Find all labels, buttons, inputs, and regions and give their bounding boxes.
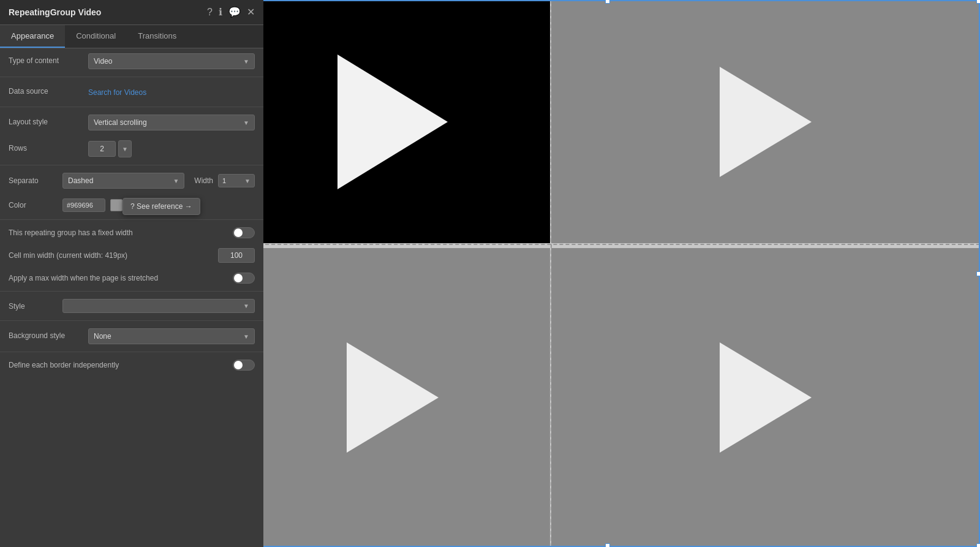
layout-style-label: Layout style	[9, 118, 88, 127]
rows-row: Rows ▼	[0, 135, 263, 162]
max-width-row: Apply a max width when the page is stret…	[0, 268, 263, 289]
video-cell-1	[235, 0, 550, 243]
form-content: Type of content Video ▼ Data source Sear…	[0, 48, 263, 543]
sidebar-panel: RepeatingGroup Video ? ℹ 💬 ✕ Appearance …	[0, 0, 263, 547]
background-style-control: None ▼	[88, 328, 255, 344]
layout-style-value: Vertical scrolling	[94, 118, 147, 127]
color-label: Color	[9, 201, 58, 209]
play-icon-4	[720, 342, 812, 453]
max-width-toggle[interactable]	[233, 273, 255, 284]
width-value: 1	[222, 177, 226, 184]
separator-dropdown[interactable]: Dashed ▼	[62, 173, 184, 189]
rows-input[interactable]	[88, 141, 116, 157]
data-source-label: Data source	[9, 87, 88, 97]
background-style-row: Background style None ▼	[0, 323, 263, 349]
divider-5	[0, 291, 263, 292]
style-row: Style ▼	[0, 294, 263, 318]
play-icon-1	[337, 55, 448, 189]
layout-style-row: Layout style Vertical scrolling ▼	[0, 110, 263, 135]
divider-7	[0, 352, 263, 352]
type-of-content-arrow: ▼	[243, 58, 249, 65]
style-arrow: ▼	[243, 303, 249, 309]
data-source-row: Data source Search for Videos	[0, 80, 263, 104]
layout-style-arrow: ▼	[243, 119, 249, 126]
tab-conditional[interactable]: Conditional	[65, 25, 127, 48]
divider-4	[0, 219, 263, 220]
layout-style-control: Vertical scrolling ▼	[88, 115, 255, 130]
video-cell-2	[551, 0, 980, 243]
tab-transitions[interactable]: Transitions	[127, 25, 187, 48]
divider-3	[0, 165, 263, 165]
video-cell-4	[551, 248, 980, 547]
header-icons: ? ℹ 💬 ✕	[207, 7, 255, 17]
play-icon-2	[720, 67, 812, 177]
video-cell-3	[235, 248, 550, 547]
toggle-knob-3	[234, 361, 243, 369]
style-dropdown[interactable]: ▼	[62, 299, 255, 313]
type-of-content-dropdown[interactable]: Video ▼	[88, 53, 255, 69]
separator-value: Dashed	[68, 176, 93, 185]
comment-icon[interactable]: 💬	[228, 7, 241, 17]
fixed-width-row: This repeating group has a fixed width	[0, 222, 263, 243]
info-icon[interactable]: ℹ	[219, 7, 222, 17]
rows-label: Rows	[9, 144, 88, 154]
rows-down-btn[interactable]: ▼	[118, 140, 132, 157]
panel-title: RepeatingGroup Video	[9, 7, 101, 17]
separator-label: Separato	[9, 176, 58, 185]
border-toggle[interactable]	[233, 360, 255, 371]
background-style-label: Background style	[9, 331, 88, 341]
cell-min-row: Cell min width (current width: 419px)	[0, 243, 263, 268]
style-label: Style	[9, 302, 58, 311]
width-dropdown[interactable]: 1 ▼	[218, 174, 255, 187]
color-hex-input[interactable]	[62, 198, 105, 212]
see-reference-tooltip[interactable]: ? See reference →	[123, 198, 200, 215]
data-source-control: Search for Videos	[88, 88, 255, 97]
width-label: Width	[194, 176, 213, 185]
sidebar-header: RepeatingGroup Video ? ℹ 💬 ✕	[0, 0, 263, 25]
type-of-content-row: Type of content Video ▼	[0, 48, 263, 74]
type-of-content-control: Video ▼	[88, 53, 255, 69]
border-row: Define each border independently	[0, 355, 263, 375]
divider-2	[0, 107, 263, 107]
layout-style-dropdown[interactable]: Vertical scrolling ▼	[88, 115, 255, 130]
tab-appearance[interactable]: Appearance	[0, 25, 65, 48]
fixed-width-label: This repeating group has a fixed width	[9, 228, 233, 237]
divider-1	[0, 77, 263, 77]
separator-horizontal	[235, 244, 980, 247]
background-style-arrow: ▼	[243, 333, 249, 340]
border-label: Define each border independently	[9, 361, 233, 369]
toggle-knob-1	[234, 228, 243, 237]
separator-vertical	[551, 0, 554, 547]
max-width-label: Apply a max width when the page is stret…	[9, 274, 233, 282]
type-of-content-label: Type of content	[9, 56, 88, 66]
close-icon[interactable]: ✕	[247, 7, 255, 17]
width-input-group: 1 ▼	[218, 174, 255, 187]
background-style-dropdown[interactable]: None ▼	[88, 328, 255, 344]
width-arrow: ▼	[244, 178, 251, 184]
tabs-bar: Appearance Conditional Transitions	[0, 25, 263, 48]
background-style-value: None	[94, 332, 111, 341]
help-icon[interactable]: ?	[207, 7, 213, 17]
separator-style-row: Separato Dashed ▼ Width 1 ▼	[0, 168, 263, 194]
cell-min-label: Cell min width (current width: 419px)	[9, 251, 218, 260]
see-reference-text: ? See reference →	[130, 202, 192, 211]
play-icon-3	[347, 342, 439, 453]
fixed-width-toggle[interactable]	[233, 227, 255, 238]
color-swatch[interactable]	[110, 199, 123, 211]
cell-min-input[interactable]	[218, 248, 255, 263]
data-source-link[interactable]: Search for Videos	[88, 88, 146, 97]
divider-6	[0, 320, 263, 321]
separator-arrow: ▼	[173, 178, 179, 184]
toggle-knob-2	[234, 274, 243, 282]
type-of-content-value: Video	[94, 57, 112, 66]
rows-control: ▼	[88, 140, 255, 157]
